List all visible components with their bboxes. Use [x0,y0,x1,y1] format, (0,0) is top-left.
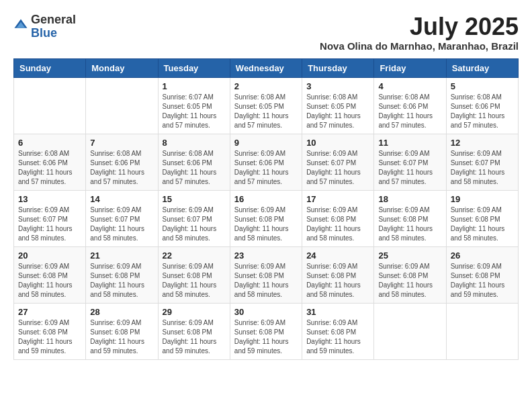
column-header-thursday: Thursday [302,58,374,77]
day-info: Sunrise: 6:09 AM Sunset: 6:07 PM Dayligh… [18,205,81,243]
day-number: 6 [18,138,81,148]
day-info: Sunrise: 6:09 AM Sunset: 6:08 PM Dayligh… [451,205,514,243]
title-block: July 2025 Nova Olina do Marnhao, Maranha… [320,13,519,52]
day-number: 26 [451,250,514,261]
day-cell: 31Sunrise: 6:09 AM Sunset: 6:08 PM Dayli… [302,303,374,359]
column-header-tuesday: Tuesday [158,58,230,77]
day-info: Sunrise: 6:08 AM Sunset: 6:05 PM Dayligh… [306,93,369,130]
column-header-monday: Monday [86,58,158,77]
day-cell: 22Sunrise: 6:09 AM Sunset: 6:08 PM Dayli… [158,246,230,303]
day-number: 12 [451,138,514,148]
day-number: 23 [234,250,298,261]
day-cell: 24Sunrise: 6:09 AM Sunset: 6:08 PM Dayli… [302,246,374,303]
day-cell: 1Sunrise: 6:07 AM Sunset: 6:05 PM Daylig… [158,77,230,134]
day-info: Sunrise: 6:09 AM Sunset: 6:08 PM Dayligh… [90,318,153,356]
day-info: Sunrise: 6:09 AM Sunset: 6:08 PM Dayligh… [18,318,81,356]
day-number: 24 [306,250,369,261]
day-info: Sunrise: 6:08 AM Sunset: 6:06 PM Dayligh… [18,149,81,187]
day-cell: 23Sunrise: 6:09 AM Sunset: 6:08 PM Dayli… [230,246,302,303]
day-cell [374,303,446,359]
day-number: 1 [163,81,226,91]
day-info: Sunrise: 6:09 AM Sunset: 6:08 PM Dayligh… [306,205,369,243]
day-number: 31 [306,307,369,317]
day-info: Sunrise: 6:09 AM Sunset: 6:08 PM Dayligh… [451,262,514,300]
day-cell: 9Sunrise: 6:09 AM Sunset: 6:06 PM Daylig… [230,134,302,190]
day-number: 28 [90,307,153,317]
day-number: 15 [163,194,226,204]
day-info: Sunrise: 6:08 AM Sunset: 6:06 PM Dayligh… [90,149,153,187]
day-cell: 19Sunrise: 6:09 AM Sunset: 6:08 PM Dayli… [446,190,518,246]
day-info: Sunrise: 6:08 AM Sunset: 6:06 PM Dayligh… [378,93,441,130]
day-cell: 18Sunrise: 6:09 AM Sunset: 6:08 PM Dayli… [374,190,446,246]
day-cell: 26Sunrise: 6:09 AM Sunset: 6:08 PM Dayli… [446,246,518,303]
column-header-friday: Friday [374,58,446,77]
day-number: 18 [378,194,441,204]
day-number: 8 [163,138,226,148]
day-info: Sunrise: 6:09 AM Sunset: 6:08 PM Dayligh… [18,262,81,300]
day-number: 19 [451,194,514,204]
logo-text: General Blue [31,13,76,40]
day-info: Sunrise: 6:09 AM Sunset: 6:08 PM Dayligh… [163,318,226,356]
day-info: Sunrise: 6:09 AM Sunset: 6:07 PM Dayligh… [306,149,369,187]
day-info: Sunrise: 6:09 AM Sunset: 6:07 PM Dayligh… [163,205,226,243]
week-row-1: 1Sunrise: 6:07 AM Sunset: 6:05 PM Daylig… [14,77,519,134]
day-cell: 29Sunrise: 6:09 AM Sunset: 6:08 PM Dayli… [158,303,230,359]
day-cell: 11Sunrise: 6:09 AM Sunset: 6:07 PM Dayli… [374,134,446,190]
day-number: 21 [90,250,153,261]
day-number: 2 [234,81,298,91]
day-info: Sunrise: 6:08 AM Sunset: 6:06 PM Dayligh… [451,93,514,130]
day-cell: 5Sunrise: 6:08 AM Sunset: 6:06 PM Daylig… [446,77,518,134]
day-info: Sunrise: 6:08 AM Sunset: 6:06 PM Dayligh… [163,149,226,187]
day-info: Sunrise: 6:07 AM Sunset: 6:05 PM Dayligh… [163,93,226,130]
column-header-sunday: Sunday [14,58,86,77]
day-info: Sunrise: 6:09 AM Sunset: 6:08 PM Dayligh… [234,205,298,243]
day-number: 16 [234,194,298,204]
day-number: 11 [378,138,441,148]
day-number: 25 [378,250,441,261]
logo-general-text: General [31,13,76,27]
day-info: Sunrise: 6:08 AM Sunset: 6:05 PM Dayligh… [234,93,298,130]
day-cell [14,77,86,134]
day-cell: 2Sunrise: 6:08 AM Sunset: 6:05 PM Daylig… [230,77,302,134]
day-cell: 21Sunrise: 6:09 AM Sunset: 6:08 PM Dayli… [86,246,158,303]
day-info: Sunrise: 6:09 AM Sunset: 6:06 PM Dayligh… [234,149,298,187]
logo-icon [13,18,28,33]
day-info: Sunrise: 6:09 AM Sunset: 6:08 PM Dayligh… [378,205,441,243]
day-cell: 15Sunrise: 6:09 AM Sunset: 6:07 PM Dayli… [158,190,230,246]
day-number: 17 [306,194,369,204]
calendar-header-row: SundayMondayTuesdayWednesdayThursdayFrid… [14,58,519,77]
day-info: Sunrise: 6:09 AM Sunset: 6:08 PM Dayligh… [163,262,226,300]
day-cell: 25Sunrise: 6:09 AM Sunset: 6:08 PM Dayli… [374,246,446,303]
day-info: Sunrise: 6:09 AM Sunset: 6:07 PM Dayligh… [378,149,441,187]
day-cell: 16Sunrise: 6:09 AM Sunset: 6:08 PM Dayli… [230,190,302,246]
day-cell: 6Sunrise: 6:08 AM Sunset: 6:06 PM Daylig… [14,134,86,190]
day-info: Sunrise: 6:09 AM Sunset: 6:08 PM Dayligh… [306,262,369,300]
column-header-wednesday: Wednesday [230,58,302,77]
day-cell: 27Sunrise: 6:09 AM Sunset: 6:08 PM Dayli… [14,303,86,359]
column-header-saturday: Saturday [446,58,518,77]
day-number: 30 [234,307,298,317]
day-number: 20 [18,250,81,261]
day-cell: 13Sunrise: 6:09 AM Sunset: 6:07 PM Dayli… [14,190,86,246]
day-cell: 28Sunrise: 6:09 AM Sunset: 6:08 PM Dayli… [86,303,158,359]
week-row-5: 27Sunrise: 6:09 AM Sunset: 6:08 PM Dayli… [14,303,519,359]
day-cell: 4Sunrise: 6:08 AM Sunset: 6:06 PM Daylig… [374,77,446,134]
day-info: Sunrise: 6:09 AM Sunset: 6:08 PM Dayligh… [90,262,153,300]
day-cell: 30Sunrise: 6:09 AM Sunset: 6:08 PM Dayli… [230,303,302,359]
day-number: 22 [163,250,226,261]
week-row-4: 20Sunrise: 6:09 AM Sunset: 6:08 PM Dayli… [14,246,519,303]
day-info: Sunrise: 6:09 AM Sunset: 6:07 PM Dayligh… [451,149,514,187]
day-cell [86,77,158,134]
day-cell: 7Sunrise: 6:08 AM Sunset: 6:06 PM Daylig… [86,134,158,190]
day-number: 10 [306,138,369,148]
day-number: 4 [378,81,441,91]
day-number: 3 [306,81,369,91]
day-cell: 8Sunrise: 6:08 AM Sunset: 6:06 PM Daylig… [158,134,230,190]
day-number: 14 [90,194,153,204]
day-number: 29 [163,307,226,317]
page-header: General Blue July 2025 Nova Olina do Mar… [13,13,519,52]
day-info: Sunrise: 6:09 AM Sunset: 6:08 PM Dayligh… [306,318,369,356]
logo: General Blue [13,13,76,40]
day-info: Sunrise: 6:09 AM Sunset: 6:07 PM Dayligh… [90,205,153,243]
day-number: 13 [18,194,81,204]
